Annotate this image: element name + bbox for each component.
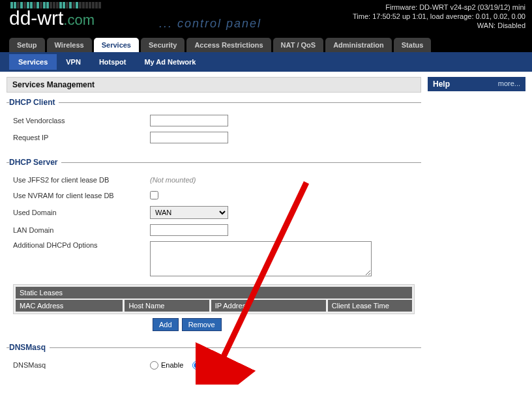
radio-dnsmasq-enable[interactable] (150, 361, 158, 370)
logo-text: dd-wrt (9, 7, 63, 29)
legend-dhcp-client: DHCP Client (9, 98, 59, 107)
tab-security[interactable]: Security (141, 38, 185, 52)
label-used-domain: Used Domain (13, 209, 150, 216)
col-host-name: Host Name (125, 300, 209, 312)
textarea-dhcpd-opts[interactable] (150, 241, 372, 276)
page-title: Services Management (7, 77, 421, 93)
legend-dnsmasq: DNSMasq (9, 343, 50, 352)
remove-button[interactable]: Remove (182, 318, 222, 331)
tab-nat-qos[interactable]: NAT / QoS (273, 38, 324, 52)
help-column: Help more... (428, 77, 525, 390)
label-nvram: Use NVRAM for client lease DB (13, 192, 150, 199)
help-title: Help (433, 80, 450, 89)
tab-administration[interactable]: Administration (325, 38, 392, 52)
time-load-line: Time: 17:50:52 up 1:01, load average: 0.… (353, 12, 525, 21)
wan-status-line: WAN: Disabled (353, 21, 525, 30)
control-panel-label: ... control panel (159, 17, 261, 31)
label-requestip: Request IP (13, 134, 150, 141)
add-button[interactable]: Add (153, 318, 179, 331)
sub-tabs: Services VPN Hotspot My Ad Network (0, 52, 532, 72)
fieldset-dhcp-client: DHCP Client Set Vendorclass Request IP (7, 98, 421, 149)
label-enable: Enable (161, 361, 183, 369)
status-top: Firmware: DD-WRT v24-sp2 (03/19/12) mini… (353, 3, 525, 30)
subtab-services[interactable]: Services (9, 54, 57, 70)
logo-suffix: .com (63, 12, 95, 28)
firmware-line: Firmware: DD-WRT v24-sp2 (03/19/12) mini (353, 3, 525, 12)
tab-setup[interactable]: Setup (9, 38, 45, 52)
input-requestip[interactable] (150, 132, 228, 143)
app-header: dd-wrt.com ... control panel Firmware: D… (0, 0, 532, 35)
col-client-lease-time: Client Lease Time (328, 300, 412, 312)
tab-status[interactable]: Status (394, 38, 432, 52)
label-vendorclass: Set Vendorclass (13, 117, 150, 124)
help-more-link[interactable]: more... (498, 80, 520, 89)
subtab-hotspot[interactable]: Hotspot (90, 54, 136, 70)
content-area: Services Management DHCP Client Set Vend… (0, 72, 532, 395)
tab-access-restrictions[interactable]: Access Restrictions (186, 38, 271, 52)
checkbox-nvram[interactable] (150, 191, 158, 199)
input-vendorclass[interactable] (150, 115, 228, 126)
legend-dhcp-server: DHCP Server (9, 158, 61, 167)
tab-wireless[interactable]: Wireless (47, 38, 92, 52)
main-tabs: Setup Wireless Services Security Access … (0, 35, 532, 52)
fieldset-dhcp-server: DHCP Server Use JFFS2 for client lease D… (7, 158, 421, 334)
input-lan-domain[interactable] (150, 224, 228, 236)
col-mac-address: MAC Address (16, 300, 123, 312)
label-dhcpd-opts: Additional DHCPd Options (13, 241, 150, 249)
label-lan-domain: LAN Domain (13, 226, 150, 234)
label-jffs2: Use JFFS2 for client lease DB (13, 176, 150, 184)
select-used-domain[interactable]: WAN LAN (150, 206, 228, 219)
jffs2-status: (Not mounted) (150, 176, 196, 184)
logo: dd-wrt.com (9, 2, 101, 29)
label-disable: Disable (203, 361, 228, 369)
static-leases-box: Static Leases MAC Address Host Name IP A… (13, 284, 415, 314)
help-bar: Help more... (428, 77, 525, 91)
subtab-my-ad-network[interactable]: My Ad Network (135, 54, 205, 70)
label-dnsmasq: DNSMasq (13, 361, 150, 369)
tab-services[interactable]: Services (94, 38, 139, 52)
main-column: Services Management DHCP Client Set Vend… (7, 77, 421, 390)
static-leases-header: Static Leases (16, 287, 412, 299)
subtab-vpn[interactable]: VPN (57, 54, 90, 70)
fieldset-dnsmasq: DNSMasq DNSMasq Enable Disable (7, 343, 421, 375)
radio-dnsmasq-disable[interactable] (192, 361, 201, 370)
col-ip-address: IP Address (211, 300, 326, 312)
